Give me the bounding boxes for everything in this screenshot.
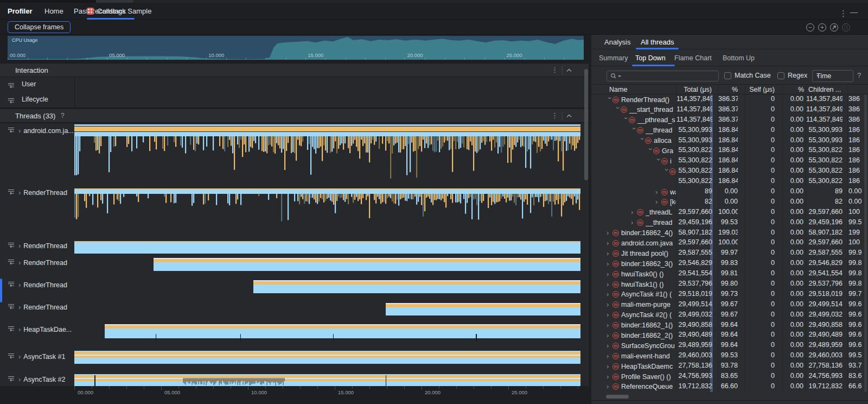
table-horizontal-scrollbar[interactable] [606,395,629,399]
table-row[interactable]: ›mSurfaceSyncGrou29,489,95999.6400.0029,… [591,340,868,351]
threads-section-header[interactable]: Threads (33) ? ⋮ [0,109,589,123]
col-children[interactable]: Children ... [808,86,841,93]
thread-row-label[interactable]: ›AsyncTask #2 [0,375,65,384]
search-input[interactable] [607,71,719,81]
expand-thread-icon[interactable]: › [18,243,21,249]
tree-collapse-icon[interactable]: › [656,158,661,164]
column-divider[interactable] [676,84,676,392]
search-field[interactable] [623,72,710,80]
interaction-row-lifecycle[interactable]: Lifecycle [0,92,589,108]
expand-thread-icon[interactable]: › [18,128,21,134]
expand-thread-icon[interactable]: › [18,305,21,310]
tree-expand-icon[interactable]: › [607,230,612,236]
thread-row-label[interactable]: ›RenderThread [0,188,67,197]
table-row[interactable]: ›mbinder:16862_2()29,490,48999.6400.0029… [591,330,868,340]
table-row[interactable]: ›mAsyncTask #2() (29,499,03299.6700.0029… [591,310,868,320]
zoom-to-selection-icon[interactable]: [ ] [842,23,850,31]
threads-scrollbar[interactable] [584,69,588,180]
tree-collapse-icon[interactable]: › [623,117,629,123]
tree-collapse-icon[interactable]: › [607,97,612,103]
track-options-icon[interactable] [8,81,15,91]
column-divider[interactable] [847,84,848,392]
nav-home[interactable]: Home [44,7,63,15]
more-options-icon[interactable]: ⋮ [839,9,847,18]
search-history-icon[interactable] [618,75,621,77]
table-row[interactable]: ›m_threadL29,597,660100.0000.0029,597,66… [591,207,868,218]
thread-row-label[interactable]: ›RenderThread [0,242,67,250]
tree-expand-icon[interactable]: › [607,312,612,318]
thread-track[interactable] [253,280,580,293]
tree-collapse-icon[interactable]: › [648,148,653,154]
table-row[interactable]: ›m__start_thread114,357,849386.3700.0011… [591,105,868,115]
tree-expand-icon[interactable]: › [607,302,612,307]
match-case-label[interactable]: Match Case [735,72,771,79]
track-options-icon[interactable] [8,326,15,333]
tab-callstack-sample[interactable]: Callstack Sample [87,3,151,19]
tree-expand-icon[interactable]: › [607,323,612,328]
thread-row-label[interactable]: ›RenderThread [0,303,67,312]
column-divider[interactable] [745,84,745,392]
interaction-section-header[interactable]: Interaction ⋮ [0,63,589,77]
tree-expand-icon[interactable]: › [607,282,612,287]
tree-expand-icon[interactable]: › [607,374,612,380]
table-row[interactable]: ›m__thread29,459,19699.5300.0029,459,196… [591,218,868,228]
tree-expand-icon[interactable]: › [607,272,612,277]
table-row[interactable]: ›m__thread55,300,993186.8400.0055,300,99… [591,125,868,136]
col-self-pct[interactable]: % [783,86,804,93]
table-row[interactable]: ›mJit thread pool()29,587,55599.9700.002… [591,248,868,258]
expand-thread-icon[interactable]: › [18,260,21,266]
tree-expand-icon[interactable]: › [607,292,612,297]
collapse-section-icon[interactable] [566,68,571,73]
table-vertical-scrollbar[interactable] [864,94,867,392]
table-row[interactable]: 55,300,822186.8400.0055,300,822186 [591,176,868,187]
collapse-section-icon[interactable] [566,114,571,119]
tree-expand-icon[interactable]: › [607,333,612,338]
thread-row-label[interactable]: ›AsyncTask #1 [0,352,65,361]
table-row[interactable]: ›m__pthread_s114,357,849386.3700.00114,3… [591,115,868,125]
column-divider[interactable] [782,84,783,392]
tree-collapse-icon[interactable]: › [615,107,621,113]
filter-help-icon[interactable]: ? [857,71,861,79]
table-row[interactable]: ›mHeapTaskDaemc27,758,13693.7800.0027,75… [591,361,868,371]
subtab-bottom-up[interactable]: Bottom Up [723,54,755,62]
table-row[interactable]: ›mhwuiTask1() ()29,537,79699.8000.0029,5… [591,279,868,289]
minimize-icon[interactable]: — [850,8,858,16]
thread-track[interactable] [74,374,580,386]
table-row[interactable]: ›mbinder:16862_1()29,490,85899.6400.0029… [591,320,868,331]
thread-track[interactable] [74,351,580,364]
thread-row-label[interactable]: ›RenderThread [0,281,67,289]
thread-track[interactable] [74,188,580,223]
thread-track[interactable] [74,241,580,254]
zoom-out-icon[interactable]: − [806,23,814,31]
tab-all-threads[interactable]: All threads [641,38,674,46]
table-row[interactable]: ›mmali-event-hand29,460,00399.5300.0029,… [591,351,868,361]
tree-expand-icon[interactable]: › [631,210,637,215]
table-row[interactable]: ›mmali-mem-purge29,499,51499.6700.0029,4… [591,300,868,310]
table-row[interactable]: ›mbinder:16862_3()29,546,82999.8300.0029… [591,258,868,269]
subtab-top-down[interactable]: Top Down [635,54,666,62]
tree-expand-icon[interactable]: › [631,220,637,225]
expand-thread-icon[interactable]: › [18,190,21,195]
tree-expand-icon[interactable]: › [607,251,612,256]
tree-expand-icon[interactable]: › [607,354,612,359]
regex-checkbox[interactable] [777,72,784,79]
thread-track[interactable] [386,303,580,315]
table-row[interactable]: ›mReferenceQueue19,712,83266.6000.0019,7… [591,382,868,392]
subtab-summary[interactable]: Summary [599,54,628,62]
collapse-frames-button[interactable]: Collapse frames [8,21,71,33]
col-self[interactable]: Self (μs) [745,86,775,93]
col-total-pct[interactable]: % [718,86,738,93]
threads-menu-icon[interactable]: ⋮ [551,111,558,119]
table-row[interactable]: ›mwai890.0000.00890.00 [591,187,868,197]
tree-expand-icon[interactable]: › [655,190,661,195]
zoom-in-icon[interactable]: + [818,23,826,31]
tree-expand-icon[interactable]: › [607,241,612,246]
table-row[interactable]: ›mhwuiTask0() ()29,541,55499.8100.0029,5… [591,269,868,279]
expand-thread-icon[interactable]: › [18,282,21,288]
threads-help-icon[interactable]: ? [61,112,65,119]
interaction-menu-icon[interactable]: ⋮ [551,66,558,74]
thread-track[interactable] [74,124,580,180]
table-row[interactable]: ›mi55,300,822186.8400.0055,300,822186 [591,156,868,166]
table-row[interactable]: ›m[ke820.0000.00820.00 [591,197,868,207]
match-case-checkbox[interactable] [724,72,731,79]
